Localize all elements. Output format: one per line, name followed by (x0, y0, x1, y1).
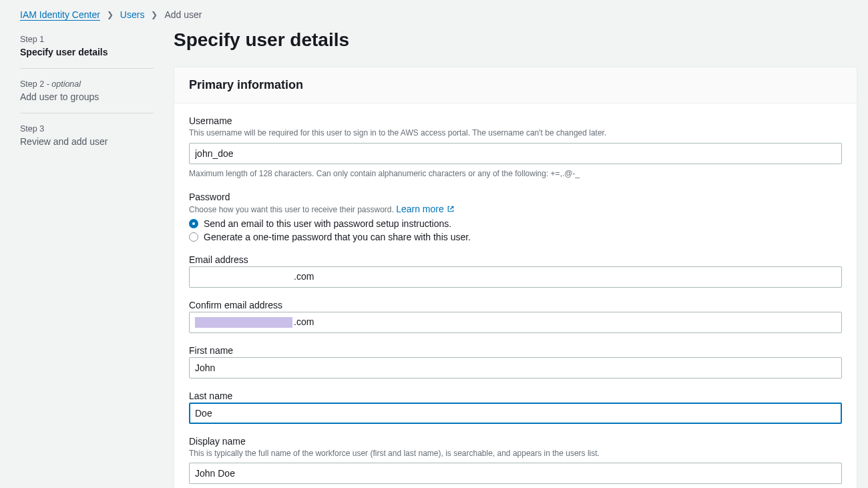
password-option-email[interactable]: Send an email to this user with password… (189, 218, 842, 229)
username-input[interactable] (189, 143, 842, 164)
breadcrumb-current: Add user (164, 9, 202, 20)
step-3[interactable]: Step 3 Review and add user (20, 124, 154, 158)
display-name-hint: This is typically the full name of the w… (189, 448, 842, 459)
step-title: Add user to groups (20, 91, 154, 102)
email-label: Email address (189, 254, 842, 265)
step-num-text: Step 1 (20, 35, 44, 44)
display-name-input[interactable] (189, 463, 842, 484)
last-name-label: Last name (189, 391, 842, 401)
step-number: Step 1 (20, 35, 154, 44)
radio-label: Generate a one-time password that you ca… (204, 232, 471, 242)
step-title: Review and add user (20, 136, 154, 147)
confirm-email-input[interactable] (189, 312, 842, 333)
panel-body: Username This username will be required … (174, 103, 857, 488)
last-name-input-wrap (189, 403, 842, 424)
chevron-right-icon: ❯ (151, 10, 158, 19)
password-label: Password (189, 192, 842, 202)
step-title: Specify user details (20, 47, 154, 57)
panel-header-title: Primary information (189, 78, 842, 92)
step-num-text: Step 3 (20, 124, 44, 134)
radio-unselected-icon (189, 232, 198, 242)
field-password: Password Choose how you want this user t… (189, 192, 842, 242)
first-name-label: First name (189, 345, 842, 356)
learn-more-text: Learn more (396, 204, 444, 214)
last-name-input[interactable] (189, 403, 842, 424)
body-wrap: Step 1 Specify user details Step 2 - opt… (0, 25, 868, 488)
primary-information-panel: Primary information Username This userna… (174, 67, 857, 488)
step-2[interactable]: Step 2 - optional Add user to groups (20, 79, 154, 113)
email-input-wrap: .com (189, 266, 842, 288)
radio-label: Send an email to this user with password… (204, 218, 451, 229)
username-label: Username (189, 115, 842, 126)
email-input[interactable] (189, 266, 842, 288)
chevron-right-icon: ❯ (107, 10, 114, 19)
first-name-input[interactable] (189, 357, 842, 379)
password-option-onetime[interactable]: Generate a one-time password that you ca… (189, 232, 842, 242)
password-radio-group: Send an email to this user with password… (189, 218, 842, 242)
username-constraint: Maximum length of 128 characters. Can on… (189, 168, 842, 180)
page-root: IAM Identity Center ❯ Users ❯ Add user S… (0, 0, 868, 488)
field-email: Email address .com (189, 254, 842, 288)
step-num-text: Step 2 (20, 79, 44, 89)
field-display-name: Display name This is typically the full … (189, 436, 842, 485)
field-first-name: First name (189, 345, 842, 379)
confirm-email-input-wrap: .com (189, 312, 842, 333)
page-title: Specify user details (174, 29, 857, 51)
breadcrumb-iam-identity-center[interactable]: IAM Identity Center (20, 9, 100, 20)
panel-header: Primary information (174, 67, 857, 103)
breadcrumb: IAM Identity Center ❯ Users ❯ Add user (0, 0, 868, 25)
radio-selected-icon (189, 219, 198, 228)
main-content: Specify user details Primary information… (174, 25, 868, 488)
wizard-steps: Step 1 Specify user details Step 2 - opt… (20, 25, 174, 168)
step-number: Step 3 (20, 124, 154, 134)
confirm-email-label: Confirm email address (189, 300, 842, 310)
field-last-name: Last name (189, 391, 842, 424)
field-confirm-email: Confirm email address .com (189, 300, 842, 333)
breadcrumb-users[interactable]: Users (120, 9, 145, 20)
password-hint: Choose how you want this user to receive… (189, 205, 394, 214)
external-link-icon (447, 205, 455, 213)
username-hint: This username will be required for this … (189, 128, 842, 139)
step-1[interactable]: Step 1 Specify user details (20, 35, 154, 69)
learn-more-link[interactable]: Learn more (396, 204, 455, 214)
display-name-label: Display name (189, 436, 842, 447)
step-number: Step 2 - optional (20, 79, 154, 89)
field-username: Username This username will be required … (189, 115, 842, 180)
password-hint-row: Choose how you want this user to receive… (189, 204, 842, 214)
step-optional-text: - optional (47, 79, 81, 89)
